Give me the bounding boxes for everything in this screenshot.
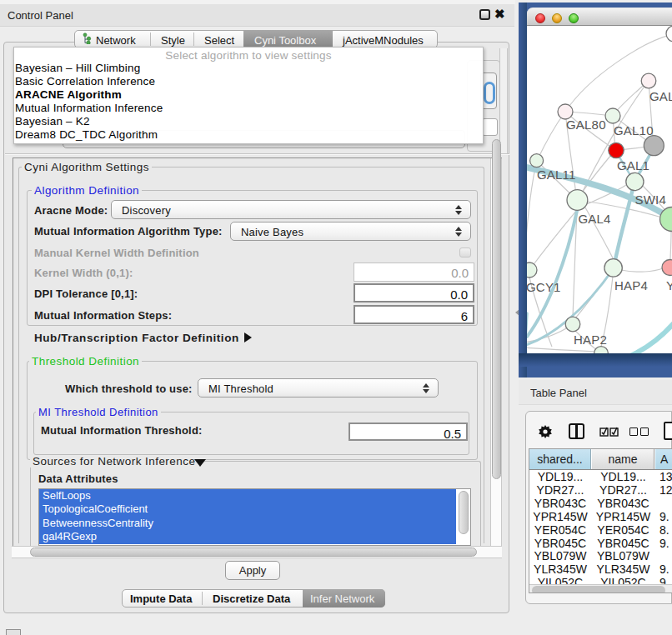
svg-text:GAL7: GAL7	[649, 89, 672, 103]
svg-text:GAL10: GAL10	[614, 123, 654, 138]
svg-text:HAP2: HAP2	[574, 332, 607, 347]
svg-text:Y: Y	[666, 278, 672, 292]
svg-text:GAL80: GAL80	[566, 118, 606, 132]
svg-text:GCY1: GCY1	[527, 280, 561, 294]
svg-text:GAL11: GAL11	[537, 168, 576, 182]
svg-text:HAP4: HAP4	[614, 278, 648, 292]
svg-text:GAL4: GAL4	[579, 212, 611, 226]
svg-text:SWI4: SWI4	[635, 192, 666, 207]
svg-text:GAL1: GAL1	[617, 158, 649, 172]
